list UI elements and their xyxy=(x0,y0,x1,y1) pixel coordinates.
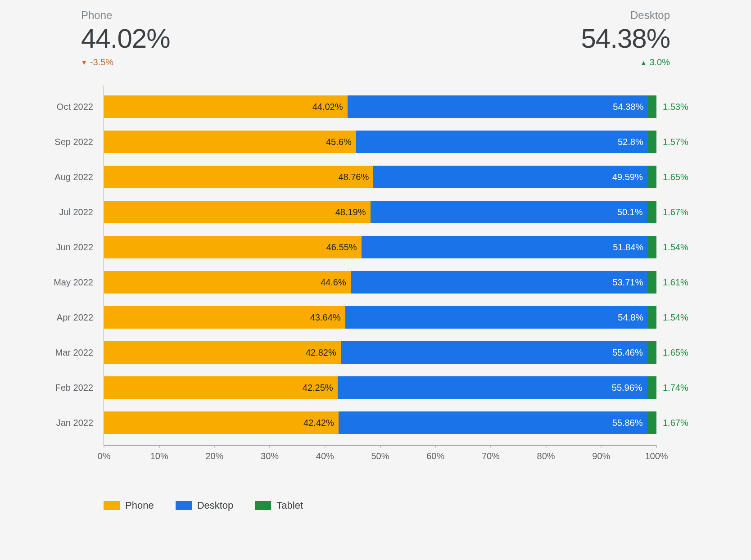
bar-segment-desktop: 51.84% xyxy=(362,236,648,258)
bar-value-phone: 42.25% xyxy=(303,383,333,393)
metric-phone: Phone 44.02% ▼ -3.5% xyxy=(81,9,170,68)
bar-segment-desktop: 55.96% xyxy=(338,376,647,399)
metric-desktop: Desktop 54.38% ▲ 3.0% xyxy=(581,9,670,68)
bar-value-desktop: 54.38% xyxy=(613,102,643,112)
x-tick-mark xyxy=(104,445,104,448)
bar-row: Feb 202242.25%55.96%1.74% xyxy=(104,376,656,399)
bar-row: Jan 202242.42%55.86%1.67% xyxy=(104,411,656,434)
bar-value-desktop: 50.1% xyxy=(617,207,643,217)
bar-value-desktop: 52.8% xyxy=(618,137,643,147)
x-tick-label: 60% xyxy=(426,451,444,461)
y-category-label: Jul 2022 xyxy=(59,207,93,217)
metric-phone-value: 44.02% xyxy=(81,24,170,53)
bar-value-phone: 42.42% xyxy=(303,418,334,428)
x-tick-label: 10% xyxy=(150,451,168,461)
y-category-label: Jan 2022 xyxy=(56,418,93,428)
x-tick-mark xyxy=(214,445,215,448)
bar-segment-phone: 44.02% xyxy=(104,95,348,118)
chart-plot: 0%10%20%30%40%50%60%70%80%90%100%Oct 202… xyxy=(104,86,656,446)
legend-label-desktop: Desktop xyxy=(197,500,234,511)
legend: Phone Desktop Tablet xyxy=(104,500,733,511)
bar-value-phone: 43.64% xyxy=(310,312,341,323)
summary-header: Phone 44.02% ▼ -3.5% Desktop 54.38% ▲ 3.… xyxy=(18,9,733,86)
bar-value-desktop: 55.46% xyxy=(612,348,643,358)
metric-desktop-delta: ▲ 3.0% xyxy=(641,57,670,68)
y-category-label: May 2022 xyxy=(54,277,93,288)
x-tick-label: 90% xyxy=(592,451,610,461)
bar-row: Jul 202248.19%50.1%1.67% xyxy=(104,201,656,223)
bar-segment-phone: 42.42% xyxy=(104,411,339,434)
bar-segment-tablet xyxy=(647,411,656,434)
legend-swatch-tablet xyxy=(255,501,271,510)
legend-item-tablet: Tablet xyxy=(255,500,303,511)
legend-swatch-desktop xyxy=(176,501,192,510)
bar-segment-tablet xyxy=(648,236,656,258)
bar-segment-desktop: 52.8% xyxy=(356,131,648,153)
metric-phone-delta: ▼ -3.5% xyxy=(81,57,170,68)
bar-segment-phone: 48.76% xyxy=(104,166,373,188)
bar-value-tablet: 1.65% xyxy=(663,172,688,182)
legend-item-desktop: Desktop xyxy=(176,500,234,511)
bar-row: May 202244.6%53.71%1.61% xyxy=(104,271,656,294)
x-tick-mark xyxy=(159,445,159,448)
legend-label-phone: Phone xyxy=(125,500,154,511)
metric-desktop-label: Desktop xyxy=(630,9,670,22)
arrow-up-icon: ▲ xyxy=(641,59,647,66)
metric-phone-label: Phone xyxy=(81,9,170,22)
bar-row: Oct 202244.02%54.38%1.53% xyxy=(104,95,656,118)
x-tick-mark xyxy=(490,445,491,448)
bar-value-phone: 48.19% xyxy=(335,207,366,217)
bar-segment-tablet xyxy=(647,341,656,364)
bar-segment-phone: 42.82% xyxy=(104,341,341,364)
bar-value-tablet: 1.57% xyxy=(663,137,688,147)
bar-value-tablet: 1.54% xyxy=(663,312,688,323)
y-category-label: Oct 2022 xyxy=(57,102,93,112)
x-tick-mark xyxy=(325,445,325,448)
bar-value-phone: 46.55% xyxy=(326,242,357,253)
y-category-label: Feb 2022 xyxy=(55,383,93,393)
bar-value-phone: 42.82% xyxy=(306,348,336,358)
chart: 0%10%20%30%40%50%60%70%80%90%100%Oct 202… xyxy=(81,86,688,473)
bar-row: Sep 202245.6%52.8%1.57% xyxy=(104,131,656,153)
x-tick-label: 40% xyxy=(316,451,334,461)
bar-segment-phone: 43.64% xyxy=(104,306,345,329)
x-tick-mark xyxy=(435,445,436,448)
bar-row: Apr 202243.64%54.8%1.54% xyxy=(104,306,656,329)
arrow-down-icon: ▼ xyxy=(81,59,87,66)
metric-phone-delta-value: -3.5% xyxy=(90,57,113,68)
y-category-label: Mar 2022 xyxy=(55,348,94,358)
bar-value-desktop: 55.86% xyxy=(612,418,643,428)
bar-value-desktop: 53.71% xyxy=(612,277,643,288)
bar-segment-phone: 45.6% xyxy=(104,131,356,153)
x-tick-mark xyxy=(546,445,546,448)
bar-segment-desktop: 54.8% xyxy=(345,306,648,329)
bar-segment-tablet xyxy=(647,166,656,188)
x-tick-label: 80% xyxy=(537,451,555,461)
legend-swatch-phone xyxy=(104,501,120,510)
metric-desktop-delta-value: 3.0% xyxy=(649,57,670,68)
x-tick-label: 30% xyxy=(261,451,279,461)
bar-segment-desktop: 54.38% xyxy=(348,95,648,118)
x-tick-mark xyxy=(270,445,270,448)
legend-item-phone: Phone xyxy=(104,500,154,511)
bar-value-phone: 44.02% xyxy=(312,102,343,112)
bar-segment-tablet xyxy=(648,306,656,329)
bar-segment-tablet xyxy=(647,201,656,223)
bar-value-phone: 45.6% xyxy=(326,137,352,147)
bar-segment-phone: 44.6% xyxy=(104,271,351,294)
bar-row: Mar 202242.82%55.46%1.65% xyxy=(104,341,656,364)
bar-segment-desktop: 55.46% xyxy=(341,341,647,364)
bar-segment-phone: 46.55% xyxy=(104,236,362,258)
bar-segment-tablet xyxy=(648,131,656,153)
bar-segment-desktop: 55.86% xyxy=(339,411,647,434)
bar-value-tablet: 1.61% xyxy=(663,277,688,288)
bar-segment-tablet xyxy=(647,376,656,399)
bar-row: Jun 202246.55%51.84%1.54% xyxy=(104,236,656,258)
bar-value-tablet: 1.67% xyxy=(663,207,688,217)
x-tick-label: 50% xyxy=(371,451,389,461)
metric-desktop-value: 54.38% xyxy=(581,24,670,53)
bar-value-tablet: 1.54% xyxy=(663,242,688,253)
y-category-label: Aug 2022 xyxy=(54,172,93,182)
bar-value-desktop: 49.59% xyxy=(612,172,643,182)
bar-value-phone: 48.76% xyxy=(338,172,369,182)
